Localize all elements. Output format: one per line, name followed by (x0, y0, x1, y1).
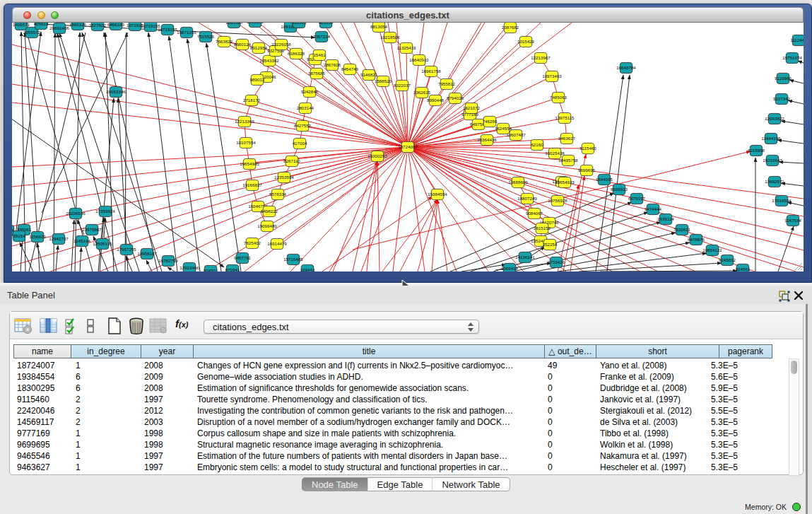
svg-text:1644095: 1644095 (596, 177, 613, 182)
svg-text:1615152: 1615152 (534, 226, 551, 230)
svg-text:62160: 62160 (531, 142, 543, 147)
svg-text:2867608: 2867608 (324, 62, 341, 67)
svg-text:16782759: 16782759 (158, 258, 178, 263)
svg-text:405613: 405613 (34, 23, 49, 26)
svg-text:7955812: 7955812 (438, 81, 456, 86)
svg-text:10719155: 10719155 (158, 27, 177, 32)
svg-text:12353594: 12353594 (274, 175, 294, 180)
svg-text:16640910: 16640910 (409, 57, 429, 62)
svg-text:15716485: 15716485 (283, 257, 303, 262)
svg-text:16914479: 16914479 (267, 241, 287, 246)
svg-text:2803144: 2803144 (297, 105, 314, 110)
svg-text:9146821: 9146821 (360, 72, 378, 77)
svg-text:20206536: 20206536 (66, 211, 86, 216)
svg-text:19300293: 19300293 (367, 153, 387, 158)
svg-text:12093822: 12093822 (765, 116, 784, 121)
svg-text:10607487: 10607487 (506, 132, 526, 137)
svg-text:17957255: 17957255 (117, 247, 136, 252)
svg-text:8267110: 8267110 (283, 158, 300, 163)
svg-text:9129966: 9129966 (775, 76, 792, 81)
svg-text:921850: 921850 (319, 23, 334, 25)
svg-text:1167534: 1167534 (784, 218, 801, 223)
svg-text:8454749: 8454749 (341, 66, 359, 71)
svg-text:1405571: 1405571 (13, 23, 30, 27)
svg-text:1621072: 1621072 (463, 105, 481, 110)
svg-text:1733426: 1733426 (548, 259, 565, 264)
svg-text:2055572: 2055572 (23, 30, 41, 35)
svg-text:10543362: 10543362 (259, 58, 279, 63)
svg-text:1065418: 1065418 (501, 266, 519, 271)
svg-text:11325419: 11325419 (396, 45, 416, 50)
svg-text:7485063: 7485063 (550, 95, 567, 100)
svg-text:10688609: 10688609 (508, 180, 528, 185)
svg-text:16210643: 16210643 (763, 158, 782, 163)
svg-text:1362615: 1362615 (413, 90, 431, 95)
svg-text:10218506: 10218506 (380, 35, 400, 40)
svg-text:7625402: 7625402 (244, 240, 261, 245)
svg-text:9474444: 9474444 (645, 206, 662, 211)
svg-text:17016504: 17016504 (772, 198, 792, 203)
svg-text:10958107: 10958107 (137, 251, 157, 256)
svg-text:13975115: 13975115 (555, 115, 575, 120)
svg-text:13654923: 13654923 (555, 180, 575, 185)
svg-text:8186328: 8186328 (288, 51, 305, 56)
svg-text:1527602: 1527602 (89, 23, 107, 28)
svg-text:7357224: 7357224 (313, 34, 331, 39)
svg-text:15751074: 15751074 (782, 55, 802, 60)
svg-text:1063580: 1063580 (247, 23, 264, 24)
svg-text:1015429: 1015429 (517, 39, 535, 44)
svg-text:6466160: 6466160 (107, 23, 125, 27)
svg-text:9463627: 9463627 (558, 136, 576, 141)
svg-text:924501: 924501 (204, 268, 218, 271)
svg-text:8322037: 8322037 (394, 83, 411, 88)
svg-text:20691406: 20691406 (49, 25, 69, 30)
svg-text:252254: 252254 (543, 242, 558, 247)
svg-text:5578334: 5578334 (269, 192, 287, 197)
svg-text:8990448: 8990448 (427, 98, 445, 103)
svg-text:19166827: 19166827 (242, 182, 262, 187)
svg-text:3624554: 3624554 (495, 126, 512, 131)
svg-text:23975867: 23975867 (82, 227, 102, 232)
svg-text:8912954: 8912954 (250, 45, 268, 50)
svg-text:12505135: 12505135 (93, 241, 112, 246)
svg-text:20364436: 20364436 (477, 137, 497, 142)
svg-text:109443: 109443 (300, 267, 315, 271)
svg-text:9084067: 9084067 (526, 211, 543, 216)
svg-text:2087682: 2087682 (502, 25, 519, 30)
svg-text:18724007: 18724007 (398, 144, 418, 149)
svg-text:9457791: 9457791 (234, 255, 252, 260)
svg-text:8813054: 8813054 (370, 24, 388, 29)
svg-text:8938923: 8938923 (611, 187, 628, 192)
svg-text:1665326: 1665326 (69, 23, 87, 27)
svg-text:9115460: 9115460 (579, 146, 596, 151)
svg-text:2718170: 2718170 (243, 98, 261, 103)
svg-text:16671355: 16671355 (177, 30, 196, 35)
svg-text:989012: 989012 (250, 77, 265, 82)
svg-text:20053346: 20053346 (106, 89, 126, 94)
svg-text:831305: 831305 (292, 23, 307, 25)
svg-text:10107554: 10107554 (236, 140, 256, 145)
svg-text:5498222: 5498222 (261, 209, 278, 214)
svg-text:1065328: 1065328 (225, 23, 243, 25)
svg-text:870941: 870941 (225, 267, 240, 271)
svg-text:924561: 924561 (736, 267, 751, 271)
svg-text:1588520: 1588520 (375, 78, 392, 83)
svg-text:8478676: 8478676 (688, 237, 705, 242)
svg-text:9227342: 9227342 (773, 96, 791, 101)
svg-text:1156829: 1156829 (29, 234, 46, 239)
svg-text:23226058: 23226058 (271, 42, 291, 47)
svg-text:16961758: 16961758 (421, 69, 441, 74)
svg-text:15461: 15461 (313, 52, 326, 57)
svg-text:417004: 417004 (293, 141, 307, 146)
svg-text:10973493: 10973493 (542, 74, 562, 78)
svg-text:7515526: 7515526 (197, 34, 215, 39)
svg-text:10756928: 10756928 (548, 198, 567, 203)
svg-text:6679197: 6679197 (628, 196, 646, 201)
svg-text:9699695: 9699695 (578, 168, 596, 173)
svg-text:13692971: 13692971 (765, 179, 784, 184)
svg-text:7663822: 7663822 (216, 39, 233, 44)
svg-text:10025438: 10025438 (545, 151, 565, 156)
svg-text:9794028: 9794028 (447, 95, 464, 100)
svg-text:12923466: 12923466 (180, 265, 199, 270)
svg-text:8427552: 8427552 (294, 123, 312, 128)
